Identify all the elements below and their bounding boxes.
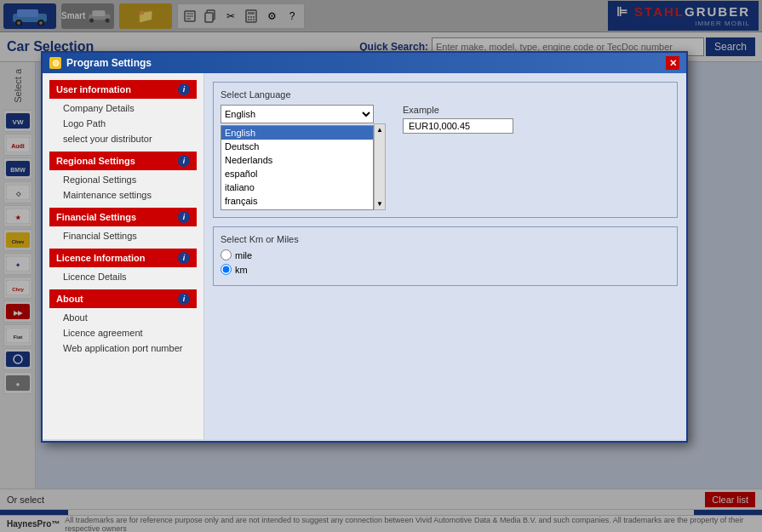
nav-item-maintenance[interactable]: Maintenance settings	[49, 187, 197, 203]
nav-item-logo[interactable]: Logo Path	[49, 116, 197, 131]
nav-section-licence[interactable]: Licence Information i	[49, 249, 197, 267]
nav-group-user: User information i Company Details Logo …	[49, 80, 197, 146]
nav-section-about[interactable]: About i	[49, 289, 197, 308]
lang-item-it[interactable]: italiano	[221, 180, 373, 194]
example-label: Example	[403, 105, 513, 115]
nav-item-company[interactable]: Company Details	[49, 100, 197, 116]
nav-section-financial[interactable]: Financial Settings i	[49, 208, 197, 226]
km-label: km	[235, 265, 248, 275]
lang-item-deutsch[interactable]: Deutsch	[221, 140, 373, 153]
nav-item-licence[interactable]: Licence Details	[49, 269, 197, 284]
nav-item-about[interactable]: About	[49, 310, 197, 325]
nav-item-financial[interactable]: Financial Settings	[49, 228, 197, 243]
dialog-nav: User information i Company Details Logo …	[43, 73, 204, 439]
lang-item-nl[interactable]: Nederlands	[221, 153, 373, 167]
example-box: Example EUR10,000.45	[403, 105, 513, 134]
language-selector-area: English Deutsch Nederlands español itali…	[221, 105, 386, 210]
km-group: Select Km or Miles mile km	[213, 226, 678, 286]
lang-item-fr[interactable]: français	[221, 194, 373, 208]
dialog-close-button[interactable]: ✕	[666, 56, 679, 70]
language-listbox[interactable]: English Deutsch Nederlands español itali…	[221, 125, 374, 210]
nav-group-regional: Regional Settings i Regional Settings Ma…	[49, 152, 197, 203]
nav-section-regional[interactable]: Regional Settings i	[49, 152, 197, 170]
km-radio[interactable]	[221, 264, 232, 275]
nav-section-about-label: About	[56, 294, 83, 304]
language-row: English Deutsch Nederlands español itali…	[221, 105, 670, 210]
program-settings-dialog: ⚙ Program Settings ✕ User information i …	[41, 51, 688, 443]
nav-section-regional-label: Regional Settings	[56, 156, 135, 166]
mile-label: mile	[235, 250, 252, 260]
about-info-icon: i	[178, 293, 190, 305]
modal-overlay: ⚙ Program Settings ✕ User information i …	[0, 0, 762, 532]
nav-section-financial-label: Financial Settings	[56, 212, 136, 222]
language-group: Select Language English Deutsch Nederlan…	[213, 82, 678, 218]
mile-radio[interactable]	[221, 249, 232, 260]
user-info-icon: i	[178, 83, 190, 95]
nav-item-licence-agreement[interactable]: Licence agreement	[49, 325, 197, 340]
example-value: EUR10,000.45	[403, 118, 513, 134]
scrollbar-down[interactable]: ▼	[376, 200, 383, 208]
regional-info-icon: i	[178, 155, 190, 167]
dialog-content: Select Language English Deutsch Nederlan…	[204, 73, 686, 439]
nav-item-web-port[interactable]: Web application port number	[49, 340, 197, 356]
nav-section-licence-label: Licence Information	[56, 253, 146, 263]
nav-item-regional[interactable]: Regional Settings	[49, 172, 197, 187]
nav-item-distributor[interactable]: select your distributor	[49, 131, 197, 146]
lang-item-no[interactable]: norsk	[221, 208, 373, 210]
km-radio-row: km	[221, 264, 670, 275]
km-group-title: Select Km or Miles	[221, 234, 670, 244]
licence-info-icon: i	[178, 252, 190, 264]
lang-item-english[interactable]: English	[221, 126, 373, 140]
nav-group-financial: Financial Settings i Financial Settings	[49, 208, 197, 243]
nav-group-about: About i About Licence agreement Web appl…	[49, 289, 197, 356]
dialog-titlebar: ⚙ Program Settings ✕	[43, 53, 686, 73]
dialog-title: Program Settings	[66, 57, 152, 69]
mile-radio-row: mile	[221, 249, 670, 260]
language-dropdown[interactable]: English Deutsch Nederlands español itali…	[221, 105, 374, 123]
lang-item-es[interactable]: español	[221, 167, 373, 180]
language-group-title: Select Language	[221, 89, 670, 100]
nav-section-user-info[interactable]: User information i	[49, 80, 197, 99]
financial-info-icon: i	[178, 211, 190, 223]
nav-section-user-label: User information	[56, 84, 131, 94]
scrollbar-up[interactable]: ▲	[376, 126, 383, 134]
nav-group-licence: Licence Information i Licence Details	[49, 249, 197, 284]
dialog-body: User information i Company Details Logo …	[43, 73, 686, 439]
dialog-title-icon: ⚙	[49, 57, 61, 69]
